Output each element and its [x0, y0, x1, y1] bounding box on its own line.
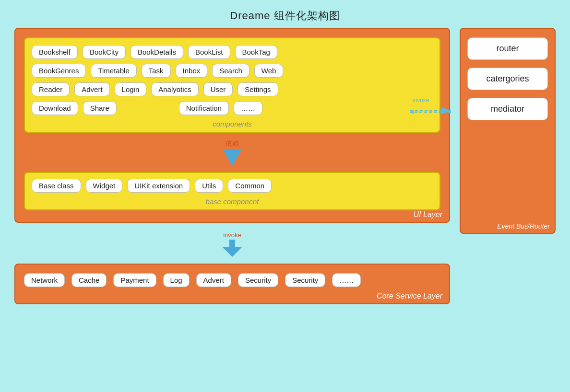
chip-bookshelf: Bookshelf: [32, 45, 78, 59]
chip-widget: Widget: [86, 179, 123, 193]
chip-log: Log: [163, 273, 190, 287]
chip-security-1: Security: [238, 273, 278, 287]
chip-network: Network: [24, 273, 65, 287]
chip-bookcity: BookCity: [83, 45, 126, 59]
dependency-label: 依赖: [226, 139, 239, 148]
chip-bookdetails: BookDetails: [131, 45, 183, 59]
chip-advert: Advert: [74, 82, 109, 96]
svg-rect-1: [229, 149, 235, 159]
chip-booktag: BookTag: [235, 45, 277, 59]
invoke-arrow-down: invoke: [14, 231, 450, 257]
page-title: Dreame 组件化架构图: [0, 0, 570, 28]
ui-layer-label: UI Layer: [414, 210, 442, 219]
event-bus-box: invoke router catergories mediator Event…: [460, 28, 556, 234]
chip-reader: Reader: [32, 82, 70, 96]
chip-search: Search: [212, 64, 249, 78]
base-chip-row: Base class Widget UIKit extension Utils …: [32, 179, 433, 193]
chip-bookgenres: BookGenres: [32, 64, 86, 78]
components-row-1: Bookshelf BookCity BookDetails BookList …: [32, 45, 433, 59]
chip-cache: Cache: [71, 273, 107, 287]
chip-catergories: catergories: [467, 68, 548, 90]
components-label: components: [32, 120, 433, 128]
chip-utils: Utils: [195, 179, 223, 193]
chip-login: Login: [115, 82, 147, 96]
chip-ellipsis-comp: ……: [234, 101, 262, 115]
chip-mediator: mediator: [467, 98, 548, 120]
right-column: invoke router catergories mediator Event…: [460, 28, 556, 304]
core-chip-row: Network Cache Payment Log Advert Securit…: [24, 273, 440, 287]
chip-task: Task: [142, 64, 171, 78]
components-box: Bookshelf BookCity BookDetails BookList …: [24, 37, 440, 133]
core-service-layer: Network Cache Payment Log Advert Securit…: [14, 264, 450, 304]
chip-analyotics: Analyotics: [151, 82, 198, 96]
invoke-horiz-label: invoke: [413, 97, 429, 104]
invoke-label-down: invoke: [223, 231, 241, 239]
chip-settings: Settings: [238, 82, 278, 96]
chip-security-2: Security: [285, 273, 325, 287]
chip-common: Common: [228, 179, 272, 193]
chip-uikit-ext: UIKit extension: [127, 179, 190, 193]
chip-inbox: Inbox: [176, 64, 208, 78]
components-row-3: Reader Advert Login Analyotics User Sett…: [32, 82, 433, 96]
chip-user: User: [203, 82, 233, 96]
svg-marker-3: [223, 247, 242, 257]
chip-share: Share: [83, 101, 117, 115]
dependency-arrow: 依赖: [24, 139, 440, 166]
base-component-label: base component: [32, 197, 433, 206]
chip-booklist: BookList: [188, 45, 230, 59]
chip-advert-core: Advert: [196, 273, 231, 287]
core-service-label: Core Service Layer: [377, 292, 442, 300]
chip-ellipsis-core: ……: [332, 273, 361, 287]
base-component-box: Base class Widget UIKit extension Utils …: [24, 172, 440, 210]
chip-timetable: Timetable: [91, 64, 136, 78]
chip-notification: Notification: [179, 101, 229, 115]
chip-web: Web: [254, 64, 284, 78]
components-row-2: BookGenres Timetable Task Inbox Search W…: [32, 64, 433, 78]
ui-layer: Bookshelf BookCity BookDetails BookList …: [14, 28, 450, 223]
chip-payment: Payment: [113, 273, 156, 287]
chip-base-class: Base class: [32, 179, 81, 193]
chip-download: Download: [32, 101, 78, 115]
event-bus-label: Event Bus/Router: [497, 222, 550, 230]
chip-router: router: [467, 37, 548, 60]
components-row-4: Download Share Notification ……: [32, 101, 433, 115]
